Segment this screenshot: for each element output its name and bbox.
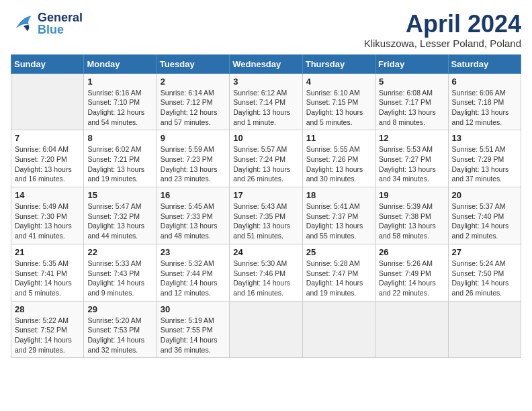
day-info: Sunrise: 5:53 AM Sunset: 7:27 PM Dayligh… <box>379 144 444 184</box>
day-number: 20 <box>452 190 517 200</box>
calendar-cell: 1Sunrise: 6:16 AM Sunset: 7:10 PM Daylig… <box>84 73 157 130</box>
calendar-cell: 4Sunrise: 6:10 AM Sunset: 7:15 PM Daylig… <box>302 73 375 130</box>
day-number: 6 <box>452 77 517 87</box>
day-number: 13 <box>452 133 517 143</box>
day-number: 10 <box>233 133 298 143</box>
day-number: 7 <box>15 133 80 143</box>
day-info: Sunrise: 6:06 AM Sunset: 7:18 PM Dayligh… <box>452 88 517 128</box>
calendar-cell: 3Sunrise: 6:12 AM Sunset: 7:14 PM Daylig… <box>230 73 302 130</box>
calendar-week-4: 21Sunrise: 5:35 AM Sunset: 7:41 PM Dayli… <box>11 244 521 301</box>
day-info: Sunrise: 5:24 AM Sunset: 7:50 PM Dayligh… <box>452 259 517 298</box>
day-number: 15 <box>87 190 152 200</box>
day-number: 23 <box>161 247 226 257</box>
weekday-header-thursday: Thursday <box>302 54 375 73</box>
day-info: Sunrise: 5:22 AM Sunset: 7:52 PM Dayligh… <box>15 316 80 355</box>
calendar-cell: 10Sunrise: 5:57 AM Sunset: 7:24 PM Dayli… <box>230 130 302 187</box>
day-info: Sunrise: 5:57 AM Sunset: 7:24 PM Dayligh… <box>233 144 298 184</box>
weekday-header-friday: Friday <box>375 54 448 73</box>
calendar-cell <box>375 301 448 358</box>
weekday-header-saturday: Saturday <box>448 54 521 73</box>
calendar-cell <box>448 301 521 358</box>
calendar-cell: 5Sunrise: 6:08 AM Sunset: 7:17 PM Daylig… <box>375 73 448 130</box>
day-info: Sunrise: 5:49 AM Sunset: 7:30 PM Dayligh… <box>15 201 80 241</box>
calendar-cell: 12Sunrise: 5:53 AM Sunset: 7:27 PM Dayli… <box>375 130 448 187</box>
day-info: Sunrise: 6:12 AM Sunset: 7:14 PM Dayligh… <box>233 88 298 128</box>
day-info: Sunrise: 5:30 AM Sunset: 7:46 PM Dayligh… <box>233 259 298 298</box>
day-number: 16 <box>161 190 226 200</box>
day-info: Sunrise: 6:14 AM Sunset: 7:12 PM Dayligh… <box>161 88 226 128</box>
day-info: Sunrise: 5:55 AM Sunset: 7:26 PM Dayligh… <box>306 144 371 184</box>
calendar-cell: 2Sunrise: 6:14 AM Sunset: 7:12 PM Daylig… <box>157 73 229 130</box>
calendar-cell: 18Sunrise: 5:41 AM Sunset: 7:37 PM Dayli… <box>302 187 375 244</box>
calendar-cell: 24Sunrise: 5:30 AM Sunset: 7:46 PM Dayli… <box>230 244 302 301</box>
day-number: 22 <box>87 247 152 257</box>
calendar-week-1: 1Sunrise: 6:16 AM Sunset: 7:10 PM Daylig… <box>11 73 521 130</box>
day-info: Sunrise: 5:51 AM Sunset: 7:29 PM Dayligh… <box>452 144 517 184</box>
calendar-cell <box>11 73 84 130</box>
calendar-cell: 14Sunrise: 5:49 AM Sunset: 7:30 PM Dayli… <box>11 187 84 244</box>
weekday-header-wednesday: Wednesday <box>230 54 302 73</box>
calendar-title: April 2024 <box>364 11 521 38</box>
logo-label: General Blue <box>38 11 83 36</box>
day-number: 24 <box>233 247 298 257</box>
day-info: Sunrise: 5:33 AM Sunset: 7:43 PM Dayligh… <box>87 259 152 298</box>
calendar-cell: 9Sunrise: 5:59 AM Sunset: 7:23 PM Daylig… <box>157 130 229 187</box>
day-info: Sunrise: 5:41 AM Sunset: 7:37 PM Dayligh… <box>306 201 371 241</box>
logo-general-text: General <box>38 11 83 24</box>
calendar-week-3: 14Sunrise: 5:49 AM Sunset: 7:30 PM Dayli… <box>11 187 521 244</box>
day-info: Sunrise: 5:26 AM Sunset: 7:49 PM Dayligh… <box>379 259 444 298</box>
day-info: Sunrise: 6:16 AM Sunset: 7:10 PM Dayligh… <box>87 88 152 128</box>
day-info: Sunrise: 5:37 AM Sunset: 7:40 PM Dayligh… <box>452 201 517 241</box>
day-number: 26 <box>379 247 444 257</box>
day-number: 18 <box>306 190 371 200</box>
day-number: 2 <box>161 77 226 87</box>
calendar-cell: 30Sunrise: 5:19 AM Sunset: 7:55 PM Dayli… <box>157 301 229 358</box>
day-info: Sunrise: 5:28 AM Sunset: 7:47 PM Dayligh… <box>306 259 371 298</box>
day-info: Sunrise: 5:19 AM Sunset: 7:55 PM Dayligh… <box>161 316 226 355</box>
weekday-header-monday: Monday <box>84 54 157 73</box>
day-number: 12 <box>379 133 444 143</box>
calendar-cell: 11Sunrise: 5:55 AM Sunset: 7:26 PM Dayli… <box>302 130 375 187</box>
title-block: April 2024 Klikuszowa, Lesser Poland, Po… <box>364 11 521 49</box>
calendar-cell: 29Sunrise: 5:20 AM Sunset: 7:53 PM Dayli… <box>84 301 157 358</box>
day-number: 29 <box>87 304 152 314</box>
day-number: 19 <box>379 190 444 200</box>
day-info: Sunrise: 6:10 AM Sunset: 7:15 PM Dayligh… <box>306 88 371 128</box>
calendar-cell: 20Sunrise: 5:37 AM Sunset: 7:40 PM Dayli… <box>448 187 521 244</box>
day-number: 30 <box>161 304 226 314</box>
calendar-cell <box>302 301 375 358</box>
logo-blue-text: Blue <box>38 24 83 36</box>
weekday-header-tuesday: Tuesday <box>157 54 229 73</box>
day-number: 5 <box>379 77 444 87</box>
day-info: Sunrise: 5:45 AM Sunset: 7:33 PM Dayligh… <box>161 201 226 241</box>
calendar-cell: 13Sunrise: 5:51 AM Sunset: 7:29 PM Dayli… <box>448 130 521 187</box>
calendar-cell <box>230 301 302 358</box>
day-number: 4 <box>306 77 371 87</box>
calendar-cell: 21Sunrise: 5:35 AM Sunset: 7:41 PM Dayli… <box>11 244 84 301</box>
day-number: 11 <box>306 133 371 143</box>
calendar-location: Klikuszowa, Lesser Poland, Poland <box>364 38 521 49</box>
day-number: 28 <box>15 304 80 314</box>
day-info: Sunrise: 5:39 AM Sunset: 7:38 PM Dayligh… <box>379 201 444 241</box>
calendar-cell: 26Sunrise: 5:26 AM Sunset: 7:49 PM Dayli… <box>375 244 448 301</box>
calendar-cell: 23Sunrise: 5:32 AM Sunset: 7:44 PM Dayli… <box>157 244 229 301</box>
weekday-header-sunday: Sunday <box>11 54 84 73</box>
day-info: Sunrise: 6:08 AM Sunset: 7:17 PM Dayligh… <box>379 88 444 128</box>
day-number: 21 <box>15 247 80 257</box>
calendar-table: SundayMondayTuesdayWednesdayThursdayFrid… <box>11 54 521 359</box>
calendar-cell: 16Sunrise: 5:45 AM Sunset: 7:33 PM Dayli… <box>157 187 229 244</box>
day-info: Sunrise: 5:20 AM Sunset: 7:53 PM Dayligh… <box>87 316 152 355</box>
calendar-week-5: 28Sunrise: 5:22 AM Sunset: 7:52 PM Dayli… <box>11 301 521 358</box>
page-header: General Blue April 2024 Klikuszowa, Less… <box>11 11 521 49</box>
day-info: Sunrise: 5:32 AM Sunset: 7:44 PM Dayligh… <box>161 259 226 298</box>
calendar-cell: 17Sunrise: 5:43 AM Sunset: 7:35 PM Dayli… <box>230 187 302 244</box>
calendar-cell: 7Sunrise: 6:04 AM Sunset: 7:20 PM Daylig… <box>11 130 84 187</box>
day-number: 8 <box>87 133 152 143</box>
calendar-week-2: 7Sunrise: 6:04 AM Sunset: 7:20 PM Daylig… <box>11 130 521 187</box>
day-number: 27 <box>452 247 517 257</box>
calendar-cell: 28Sunrise: 5:22 AM Sunset: 7:52 PM Dayli… <box>11 301 84 358</box>
day-number: 3 <box>233 77 298 87</box>
day-info: Sunrise: 5:59 AM Sunset: 7:23 PM Dayligh… <box>161 144 226 184</box>
day-info: Sunrise: 5:47 AM Sunset: 7:32 PM Dayligh… <box>87 201 152 241</box>
logo: General Blue <box>11 11 83 36</box>
